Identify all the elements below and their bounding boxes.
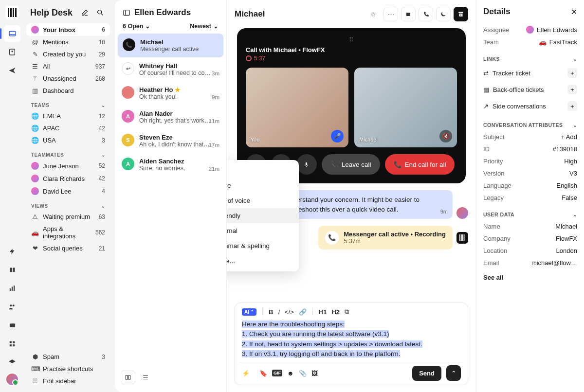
chevron-down-icon[interactable]: ⌄ — [101, 103, 106, 108]
details-link[interactable]: ↗Side conversations+ — [483, 98, 577, 114]
sidebar-item[interactable]: June Jenson52 — [26, 160, 110, 172]
sidebar-item[interactable]: 🌐APAC42 — [26, 122, 110, 134]
details-link[interactable]: ▤Back-office tickets+ — [483, 81, 577, 98]
chevron-down-icon[interactable]: ⌄ — [573, 56, 578, 62]
bolt-icon[interactable]: ⚡ — [242, 370, 250, 377]
ai-menu-item[interactable]: Fix grammar & spelling — [227, 238, 299, 253]
rail-book-icon[interactable] — [4, 262, 20, 278]
call-icon[interactable] — [419, 7, 433, 21]
leave-call-button[interactable]: 📞 Leave call — [322, 154, 380, 175]
mic-icon[interactable]: 🎤 — [331, 130, 344, 143]
ai-menu-item[interactable]: More formal — [227, 223, 299, 238]
chevron-down-icon[interactable]: ⌄ — [101, 152, 106, 158]
plus-icon[interactable]: + — [567, 101, 577, 111]
h2-button[interactable]: H2 — [331, 308, 340, 316]
link-button[interactable]: 🔗 — [299, 308, 307, 316]
compose-icon[interactable] — [79, 7, 91, 18]
rail-bolt-icon[interactable] — [4, 243, 20, 260]
plus-icon[interactable]: + — [567, 85, 577, 94]
codeblock-button[interactable]: ⧉ — [345, 308, 349, 316]
rail-inbox[interactable] — [4, 25, 20, 42]
mute-button[interactable] — [296, 154, 317, 175]
chevron-down-icon[interactable]: ⌄ — [101, 203, 106, 209]
rail-chart-icon[interactable] — [4, 280, 20, 297]
sidebar-item[interactable]: David Lee4 — [26, 185, 110, 197]
panel-toggle-icon[interactable] — [123, 9, 130, 17]
sidebar-item[interactable]: 🌐USA3 — [26, 134, 110, 146]
svg-rect-8 — [12, 287, 13, 291]
sidebar-item[interactable]: ⬢Spam3 — [26, 351, 110, 363]
rail-message-icon[interactable] — [4, 317, 20, 334]
chevron-down-icon[interactable]: ⌄ — [573, 212, 578, 217]
ai-menu-item[interactable]: Expand — [227, 163, 299, 178]
ai-badge-icon[interactable] — [456, 232, 468, 244]
details-link[interactable]: ⇄Tracker ticket+ — [483, 65, 577, 81]
ai-toggle-button[interactable]: AI ⌃ — [242, 308, 256, 316]
sidebar-item[interactable]: ☰Edit sidebar — [26, 375, 110, 387]
more-icon[interactable]: ⋯ — [383, 7, 398, 21]
code-button[interactable]: </> — [285, 308, 294, 316]
sidebar-item[interactable]: ✎Created by you29 — [26, 48, 110, 60]
sidebar-item[interactable]: ▥Dashboard — [26, 85, 110, 97]
ai-menu-item[interactable]: Translate... — [227, 253, 299, 268]
see-all-link[interactable]: See all — [483, 274, 577, 281]
bold-button[interactable]: B — [269, 308, 273, 316]
h1-button[interactable]: H1 — [319, 308, 327, 316]
plus-icon[interactable]: + — [567, 68, 577, 78]
team-value[interactable]: 🚗 FastTrack — [539, 38, 577, 46]
chevron-down-icon[interactable]: ⌄ — [573, 122, 578, 128]
ai-menu-item[interactable]: Rephrase — [227, 178, 299, 193]
sidebar-item[interactable]: ❤Social queries21 — [26, 242, 110, 254]
emoji-icon[interactable]: ☻ — [287, 370, 294, 377]
image-icon[interactable]: 🖼 — [311, 370, 318, 377]
views-heading: VIEWS — [31, 203, 48, 209]
close-icon[interactable]: ✕ — [571, 7, 577, 17]
thread-item[interactable]: 📞MichaelMessenger call active — [118, 34, 223, 57]
rail-contacts[interactable] — [4, 44, 20, 60]
svg-rect-1 — [10, 8, 12, 17]
drag-handle-icon[interactable]: ⠿ — [246, 36, 457, 43]
filter-open[interactable]: 6 Open ⌄ — [123, 22, 150, 30]
moon-icon[interactable] — [436, 7, 451, 21]
thread-item[interactable]: AAlan NaderOh right, yes that's work…11m — [115, 105, 226, 129]
thread-item[interactable]: Heather Ho ★Ok thank you!9m — [115, 81, 226, 105]
snooze-icon[interactable] — [401, 7, 416, 21]
archive-icon[interactable] — [454, 7, 468, 21]
sidebar-item[interactable]: @Mentions10 — [26, 36, 110, 48]
sidebar-item[interactable]: Your Inbox6 — [26, 23, 110, 36]
send-options-button[interactable]: ⌃ — [446, 365, 461, 381]
sidebar-item[interactable]: ☰All937 — [26, 60, 110, 72]
search-icon[interactable] — [94, 7, 106, 18]
sidebar-item[interactable]: ⚚Unassigned268 — [26, 72, 110, 85]
layout-list-icon[interactable] — [138, 371, 153, 384]
gif-icon[interactable]: GIF — [272, 370, 282, 376]
svg-point-11 — [13, 304, 15, 306]
sidebar-item[interactable]: 🚗Apps & integrations562 — [26, 223, 110, 242]
sidebar-item[interactable]: Clara Richards42 — [26, 172, 110, 185]
sidebar-item[interactable]: ⌨Practise shortcuts — [26, 363, 110, 375]
thread-item[interactable]: ↩Whitney HallOf course! I'll need to co…… — [115, 57, 226, 81]
composer-text[interactable]: Here are the troubleshooting steps: 1. C… — [240, 320, 463, 362]
rail-people-icon[interactable] — [4, 299, 20, 315]
attachment-icon[interactable]: 📎 — [299, 370, 307, 377]
rail-grid-icon[interactable] — [4, 336, 20, 352]
ai-menu-item[interactable]: My tone of voice — [227, 193, 299, 208]
mic-muted-icon[interactable]: 🔇 — [439, 130, 452, 143]
current-user-avatar[interactable] — [5, 373, 19, 386]
svg-point-17 — [98, 10, 102, 14]
assignee-value[interactable]: Ellen Edwards — [526, 26, 577, 34]
sidebar-item[interactable]: 🌐EMEA12 — [26, 110, 110, 122]
italic-button[interactable]: I — [278, 308, 280, 316]
thread-item[interactable]: AAiden SanchezSure, no worries.21m — [115, 153, 226, 177]
rail-send[interactable] — [4, 62, 20, 79]
layout-columns-icon[interactable] — [121, 371, 135, 384]
send-button[interactable]: Send — [412, 366, 441, 381]
rail-grad-icon[interactable] — [4, 354, 20, 371]
bookmark-icon[interactable]: 🔖 — [259, 370, 267, 377]
ai-menu-item[interactable]: More friendly — [227, 208, 299, 223]
filter-sort[interactable]: Newest ⌄ — [190, 22, 219, 30]
sidebar-item[interactable]: ⚠Waiting premium63 — [26, 211, 110, 223]
end-call-button[interactable]: 📞 End call for all — [385, 154, 455, 175]
star-icon[interactable]: ☆ — [366, 7, 381, 21]
thread-item[interactable]: SSteven EzeAh ok, I didn't know that…17m — [115, 129, 226, 153]
